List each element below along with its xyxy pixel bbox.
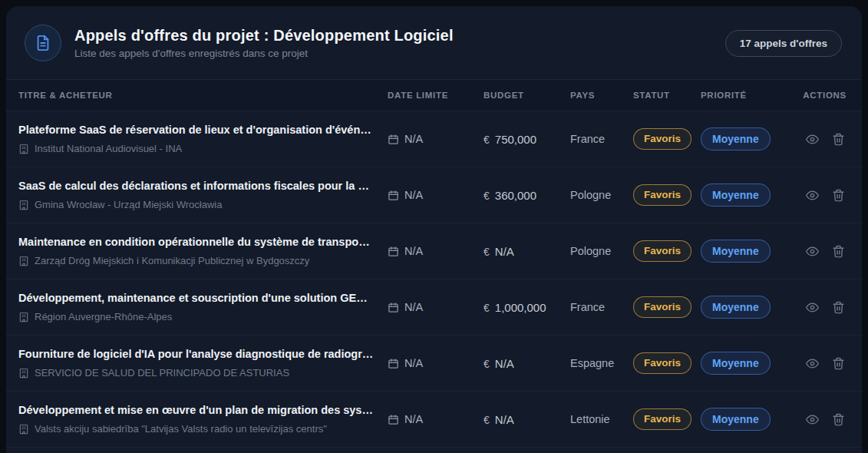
title-buyer-cell: Plateforme SaaS de réservation de lieux … <box>18 124 388 154</box>
eye-icon <box>806 189 819 202</box>
tender-buyer: Région Auvergne-Rhône-Alpes <box>35 311 172 322</box>
country-value: France <box>570 301 633 313</box>
tender-title: Développement, maintenance et souscripti… <box>18 292 374 304</box>
table-row: Plateforme SaaS de réservation de lieux … <box>6 111 862 167</box>
budget-cell: €750,000 <box>484 133 570 146</box>
date-limite-cell: N/A <box>388 413 484 425</box>
tender-count-badge: 17 appels d'offres <box>725 30 842 57</box>
document-icon <box>25 25 61 61</box>
budget-value: 1,000,000 <box>495 301 546 314</box>
eye-icon <box>806 413 819 426</box>
date-limite-cell: N/A <box>388 301 484 313</box>
table-body: Plateforme SaaS de réservation de lieux … <box>6 111 862 448</box>
column-header-statut: Statut <box>633 91 701 100</box>
priorite-cell: Moyenne <box>701 296 784 319</box>
tender-buyer: Zarząd Dróg Miejskich i Komunikacji Publ… <box>35 255 309 266</box>
view-button[interactable] <box>806 189 819 202</box>
status-badge: Favoris <box>633 352 691 374</box>
priorite-cell: Moyenne <box>701 240 784 263</box>
priorite-cell: Moyenne <box>701 352 784 375</box>
priority-badge: Moyenne <box>701 408 771 431</box>
page-title: Appels d'offres du projet : Développemen… <box>74 27 454 45</box>
budget-value: N/A <box>495 413 514 426</box>
table-row: Fourniture de logiciel d'IA pour l'analy… <box>6 336 862 392</box>
priorite-cell: Moyenne <box>701 184 784 207</box>
eye-icon <box>806 133 819 146</box>
delete-button[interactable] <box>832 189 845 202</box>
view-button[interactable] <box>806 357 819 370</box>
priority-badge: Moyenne <box>701 352 771 375</box>
actions-cell <box>784 245 850 258</box>
actions-cell <box>784 133 850 146</box>
view-button[interactable] <box>806 413 819 426</box>
budget-cell: €360,000 <box>484 189 570 202</box>
status-badge: Favoris <box>633 296 691 318</box>
tender-buyer: SERVICIO DE SALUD DEL PRINCIPADO DE ASTU… <box>35 367 289 379</box>
delete-button[interactable] <box>832 245 845 258</box>
title-buyer-cell: Développement et mise en œuvre d'un plan… <box>18 404 388 435</box>
delete-button[interactable] <box>832 133 845 146</box>
actions-cell <box>784 413 850 426</box>
calendar-icon <box>388 414 399 425</box>
delete-button[interactable] <box>832 301 845 314</box>
status-badge: Favoris <box>633 128 691 150</box>
statut-cell: Favoris <box>633 184 701 206</box>
date-limite-value: N/A <box>404 189 423 201</box>
tender-title: Plateforme SaaS de réservation de lieux … <box>18 124 374 136</box>
country-value: Espagne <box>570 357 633 369</box>
calendar-icon <box>388 302 399 313</box>
trash-icon <box>832 133 845 146</box>
tenders-card: Appels d'offres du projet : Développemen… <box>6 6 862 453</box>
currency-symbol: € <box>484 134 490 146</box>
date-limite-value: N/A <box>404 133 423 145</box>
status-badge: Favoris <box>633 184 691 206</box>
priority-badge: Moyenne <box>701 184 771 207</box>
country-value: Lettonie <box>570 413 633 425</box>
budget-value: 360,000 <box>495 189 536 202</box>
building-icon <box>18 424 29 435</box>
view-button[interactable] <box>806 301 819 314</box>
table-row: SaaS de calcul des déclarations et infor… <box>6 167 862 223</box>
title-buyer-cell: Fourniture de logiciel d'IA pour l'analy… <box>18 348 388 379</box>
tender-buyer: Valsts akciju sabiedrība "Latvijas Valst… <box>35 423 327 435</box>
tender-title: Maintenance en condition opérationnelle … <box>18 236 374 248</box>
column-header-actions: Actions <box>784 91 850 100</box>
budget-value: N/A <box>495 245 514 258</box>
budget-cell: €N/A <box>484 357 570 370</box>
view-button[interactable] <box>806 133 819 146</box>
table-row: Développement et mise en œuvre d'un plan… <box>6 392 862 448</box>
column-header-budget: Budget <box>484 91 570 100</box>
priorite-cell: Moyenne <box>701 408 784 431</box>
country-value: Pologne <box>570 189 633 201</box>
date-limite-value: N/A <box>404 413 423 425</box>
country-value: France <box>570 133 633 145</box>
calendar-icon <box>388 358 399 369</box>
table-row: Développement, maintenance et souscripti… <box>6 279 862 336</box>
statut-cell: Favoris <box>633 240 701 262</box>
view-button[interactable] <box>806 245 819 258</box>
building-icon <box>18 368 29 379</box>
card-header: Appels d'offres du projet : Développemen… <box>6 6 862 79</box>
budget-value: N/A <box>495 357 514 370</box>
trash-icon <box>832 357 845 370</box>
table-header-row: Titre & Acheteur Date limite Budget Pays… <box>6 79 862 111</box>
date-limite-value: N/A <box>404 357 423 369</box>
date-limite-cell: N/A <box>388 189 484 201</box>
delete-button[interactable] <box>832 357 845 370</box>
date-limite-value: N/A <box>404 245 423 257</box>
currency-symbol: € <box>484 190 490 202</box>
status-badge: Favoris <box>633 408 691 430</box>
delete-button[interactable] <box>832 413 845 426</box>
tender-title: Développement et mise en œuvre d'un plan… <box>18 404 374 416</box>
budget-cell: €N/A <box>484 413 570 426</box>
building-icon <box>18 144 29 154</box>
actions-cell <box>784 301 850 314</box>
statut-cell: Favoris <box>633 296 701 318</box>
column-header-pays: Pays <box>570 91 633 100</box>
currency-symbol: € <box>484 302 490 314</box>
currency-symbol: € <box>484 246 490 258</box>
title-buyer-cell: Développement, maintenance et souscripti… <box>18 292 388 322</box>
budget-cell: €N/A <box>484 245 570 258</box>
building-icon <box>18 256 29 266</box>
column-header-date-limite: Date limite <box>388 91 484 100</box>
